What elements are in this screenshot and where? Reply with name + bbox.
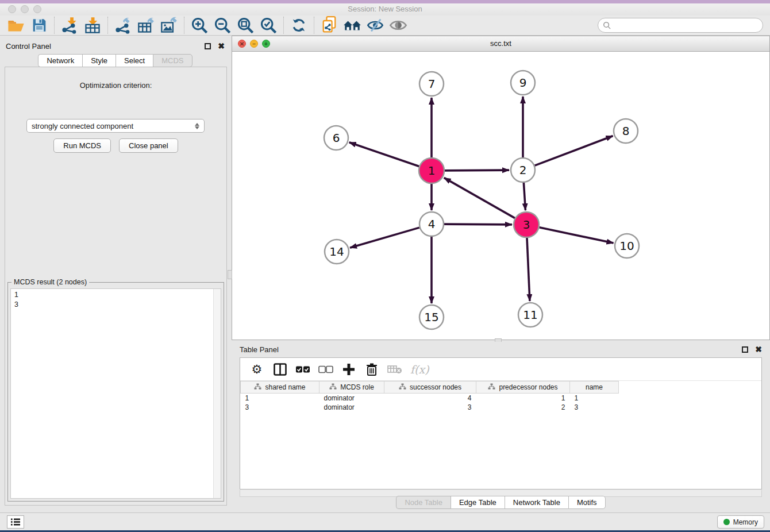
app-titlebar: Session: New Session [0,3,770,16]
column-header-predecessor-nodes[interactable]: predecessor nodes [476,381,570,394]
result-scrollbar[interactable] [213,289,221,498]
table-cell[interactable]: dominator [319,394,384,403]
tab-select[interactable]: Select [116,54,153,67]
graph-edge-1-2[interactable] [445,170,509,171]
app-title: Session: New Session [0,5,770,13]
birdseye-icon[interactable] [387,16,410,34]
export-network-icon[interactable] [111,16,134,34]
table-float-panel-icon[interactable] [742,346,748,353]
table-cell[interactable]: 3 [241,403,319,412]
graph-edge-2-3[interactable] [523,183,525,210]
network-window-titlebar[interactable]: ✕ – + scc.txt [232,36,769,52]
table-cell[interactable]: 3 [570,403,619,412]
clone-network-icon[interactable] [318,16,341,34]
zoom-in-icon[interactable] [188,16,211,34]
export-table-icon[interactable] [134,16,157,34]
toolbar-separator [107,17,108,34]
home-icon[interactable] [341,16,364,34]
column-header-successor-nodes[interactable]: successor nodes [384,381,476,394]
table-cell[interactable]: 3 [384,403,476,412]
close-panel-button[interactable]: Close panel [119,138,178,153]
toggle-panel-icon[interactable] [272,361,287,377]
vertical-splitter-handle[interactable] [228,270,232,279]
graph-edge-4-14[interactable] [350,228,419,248]
add-column-icon[interactable] [341,361,356,377]
table-close-panel-icon[interactable]: ✖ [755,346,762,353]
graph-node-label-8: 8 [622,124,630,138]
network-view-window: ✕ – + scc.txt 1234678910111415 [232,36,770,340]
table-cell[interactable]: dominator [319,403,384,412]
column-label: predecessor nodes [499,383,557,391]
node-table-container: ⚙f(x) shared nameMCDS rolesuccessor node… [240,357,762,489]
table-row[interactable]: 3dominator323 [241,403,619,412]
column-type-icon [488,383,495,392]
list-icon [10,518,21,526]
node-table[interactable]: shared nameMCDS rolesuccessor nodesprede… [240,381,619,412]
table-tab-node-table[interactable]: Node Table [396,496,451,509]
memory-button[interactable]: Memory [717,515,764,529]
tab-style[interactable]: Style [82,54,116,67]
graph-edge-2-8[interactable] [535,136,613,166]
table-settings-icon[interactable]: ⚙ [249,361,264,377]
graph-edge-4-3[interactable] [444,224,512,225]
search-box[interactable] [598,18,763,33]
search-icon [603,21,611,30]
search-input[interactable] [611,21,763,30]
delete-column-icon[interactable] [364,361,379,377]
table-row[interactable]: 1dominator411 [241,394,619,403]
table-cell[interactable]: 1 [476,394,570,403]
float-panel-icon[interactable] [205,43,211,49]
table-cell[interactable]: 4 [384,394,476,403]
mcds-result-box: MCDS result (2 nodes) 13 [7,282,224,502]
refresh-icon[interactable] [287,16,310,34]
toolbar-separator [283,17,284,34]
table-tab-network-table[interactable]: Network Table [505,496,568,509]
run-mcds-button[interactable]: Run MCDS [53,138,111,153]
mcds-tab-content: Optimization criterion: strongly connect… [5,67,227,506]
table-tab-motifs[interactable]: Motifs [568,496,606,509]
tab-network[interactable]: Network [38,54,82,67]
zoom-selected-icon[interactable] [257,16,280,34]
column-header-shared-name[interactable]: shared name [241,381,319,394]
graph-node-label-2: 2 [519,163,527,177]
select-stepper-icon [195,123,199,129]
column-type-icon [254,383,261,392]
table-panel-title: Table Panel [240,345,742,354]
column-header-MCDS-role[interactable]: MCDS role [319,381,384,394]
criterion-selected-value: strongly connected component [32,122,195,130]
network-canvas[interactable]: 1234678910111415 [232,52,769,340]
tab-mcds[interactable]: MCDS [153,54,192,67]
column-label: shared name [265,383,305,391]
column-header-name[interactable]: name [570,381,619,394]
graph-edge-3-11[interactable] [527,238,530,301]
table-tab-edge-table[interactable]: Edge Table [451,496,505,509]
open-file-icon[interactable] [5,16,28,34]
import-table-icon[interactable] [81,16,104,34]
save-session-icon[interactable] [28,16,51,34]
import-network-icon[interactable] [58,16,81,34]
table-cell[interactable]: 1 [241,394,319,403]
table-cell[interactable]: 2 [476,403,570,412]
select-all-icon[interactable] [295,361,310,377]
graph-edge-3-1[interactable] [444,178,515,218]
control-panel: Control Panel ✖ NetworkStyleSelectMCDS O… [0,38,230,510]
zoom-out-icon[interactable] [211,16,234,34]
toolbar-separator [54,17,55,34]
close-panel-icon[interactable]: ✖ [218,43,225,49]
table-toolbar: ⚙f(x) [240,358,761,381]
status-bar: Memory [0,512,770,530]
criterion-select[interactable]: strongly connected component [26,119,205,133]
graph-node-label-10: 10 [619,239,634,253]
graph-node-label-11: 11 [523,308,537,322]
table-cell[interactable]: 1 [570,394,619,403]
graph-node-label-15: 15 [424,310,438,324]
mcds-result-text[interactable]: 13 [10,288,221,499]
zoom-fit-icon[interactable] [234,16,257,34]
deselect-all-icon[interactable] [318,361,333,377]
task-history-button[interactable] [7,515,24,529]
hide-details-icon[interactable] [364,16,387,34]
graph-edge-1-6[interactable] [349,142,419,167]
network-window-title: scc.txt [232,39,769,48]
graph-edge-3-10[interactable] [540,228,614,243]
export-image-icon[interactable] [157,16,180,34]
